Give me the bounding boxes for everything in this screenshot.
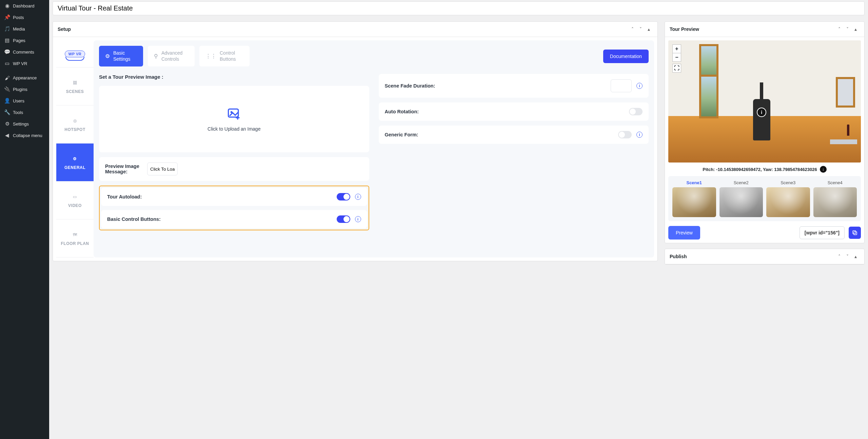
menu-label: Appearance: [13, 75, 37, 80]
wpvr-logo: WP VR: [65, 51, 85, 57]
copy-icon: [852, 230, 858, 236]
svg-rect-2: [854, 232, 857, 235]
publish-postbox: Publish ˄ ˅ ▴: [665, 249, 865, 265]
copy-shortcode-button[interactable]: [849, 227, 861, 239]
field-label: Basic Control Buttons:: [107, 216, 332, 222]
panel-down-icon[interactable]: ˅: [636, 25, 645, 33]
map-icon: 🗺: [71, 231, 79, 238]
htab-label: Control Buttons: [220, 50, 243, 62]
vertical-tabs: WP VR 🖼SCENES ◎HOTSPOT ⚙GENERAL ▭VIDEO 🗺…: [56, 40, 94, 257]
tour-autoload-toggle[interactable]: [337, 193, 350, 201]
panorama-viewer[interactable]: i + − ⛶: [668, 40, 861, 163]
auto-rotation-row: Auto Rotation:: [379, 102, 649, 121]
gear-icon: ⚙: [71, 155, 79, 163]
menu-dashboard[interactable]: ◉Dashboard: [0, 0, 49, 12]
help-icon[interactable]: i: [355, 194, 361, 200]
field-label: Preview Image Message:: [105, 164, 142, 174]
preview-button[interactable]: Preview: [668, 226, 700, 240]
scene-fade-duration-input[interactable]: [611, 79, 632, 92]
menu-label: Settings: [13, 121, 29, 127]
menu-users[interactable]: 👤Users: [0, 95, 49, 107]
menu-collapse[interactable]: ◀Collapse menu: [0, 130, 49, 141]
menu-appearance[interactable]: 🖌Appearance: [0, 72, 49, 83]
dashboard-icon: ◉: [4, 3, 10, 9]
vr-icon: ▭: [4, 60, 10, 66]
menu-label: Tools: [13, 110, 23, 115]
menu-media[interactable]: 🎵Media: [0, 23, 49, 35]
vtab-label: HOTSPOT: [64, 127, 85, 132]
menu-wpvr[interactable]: ▭WP VR: [0, 58, 49, 69]
image-icon: 🖼: [71, 79, 79, 87]
zoom-in-button[interactable]: +: [672, 44, 681, 53]
menu-label: Users: [13, 98, 24, 103]
publish-heading: Publish: [670, 254, 835, 259]
panel-toggle-icon[interactable]: ▴: [645, 25, 653, 33]
preview-message-input[interactable]: [147, 163, 178, 175]
menu-comments[interactable]: 💬Comments: [0, 46, 49, 58]
wpvr-logo-tab: WP VR: [56, 40, 94, 68]
vtab-scenes[interactable]: 🖼SCENES: [56, 68, 94, 106]
help-icon[interactable]: i: [636, 83, 643, 89]
vtab-hotspot[interactable]: ◎HOTSPOT: [56, 106, 94, 144]
panel-up-icon[interactable]: ˄: [835, 252, 843, 261]
scene-thumb-1[interactable]: Scene1: [672, 180, 716, 217]
sliders-icon: ⚲: [154, 53, 158, 60]
video-icon: ▭: [71, 193, 79, 201]
tour-title-input[interactable]: [53, 1, 865, 15]
htab-advanced-controls[interactable]: ⚲Advanced Controls: [148, 46, 195, 66]
menu-label: Collapse menu: [13, 133, 42, 138]
panel-toggle-icon[interactable]: ▴: [851, 25, 860, 33]
media-icon: 🎵: [4, 26, 10, 32]
field-label: Generic Form:: [385, 132, 614, 137]
fullscreen-button[interactable]: ⛶: [672, 64, 681, 73]
panel-up-icon[interactable]: ˄: [628, 25, 636, 33]
setup-heading: Setup: [58, 26, 628, 32]
help-icon[interactable]: i: [355, 216, 361, 222]
plug-icon: 🔌: [4, 86, 10, 92]
panel-up-icon[interactable]: ˄: [835, 25, 843, 33]
menu-label: Posts: [13, 15, 24, 20]
vtab-general[interactable]: ⚙GENERAL: [56, 144, 94, 182]
vtab-floorplan[interactable]: 🗺FLOOR PLAN: [56, 220, 94, 257]
panel-down-icon[interactable]: ˅: [843, 252, 851, 261]
auto-rotation-toggle[interactable]: [629, 108, 643, 115]
scene-thumb-3[interactable]: Scene3: [766, 180, 810, 217]
scene-label: Scene4: [828, 180, 843, 185]
menu-posts[interactable]: 📌Posts: [0, 12, 49, 23]
highlighted-settings: Tour Autoload: i Basic Control Buttons:: [99, 186, 369, 230]
scene-label: Scene1: [686, 180, 702, 185]
image-upload-icon: [226, 107, 241, 121]
menu-pages[interactable]: ▤Pages: [0, 35, 49, 46]
scene-thumb-2[interactable]: Scene2: [719, 180, 763, 217]
sliders-icon: ⚙: [4, 121, 10, 127]
scene-label: Scene2: [734, 180, 749, 185]
tour-preview-postbox: Tour Preview ˄ ˅ ▴: [665, 21, 865, 243]
help-icon[interactable]: i: [636, 132, 643, 138]
zoom-out-button[interactable]: −: [672, 53, 681, 62]
upload-label: Click to Upload an Image: [208, 126, 260, 132]
menu-tools[interactable]: 🔧Tools: [0, 107, 49, 118]
vtab-video[interactable]: ▭VIDEO: [56, 182, 94, 220]
menu-settings[interactable]: ⚙Settings: [0, 118, 49, 130]
panel-down-icon[interactable]: ˅: [843, 25, 851, 33]
target-icon: ◎: [71, 117, 79, 125]
basic-control-buttons-toggle[interactable]: [337, 215, 350, 223]
wp-admin-sidebar: ◉Dashboard 📌Posts 🎵Media ▤Pages 💬Comment…: [0, 0, 49, 439]
scene-thumb-4[interactable]: Scene4: [813, 180, 857, 217]
htab-label: Basic Settings: [113, 50, 137, 62]
upload-preview-image[interactable]: Click to Upload an Image: [99, 86, 369, 152]
collapse-icon: ◀: [4, 132, 10, 138]
field-label: Scene Fade Duration:: [385, 83, 606, 89]
documentation-button[interactable]: Documentation: [603, 50, 649, 63]
htab-basic-settings[interactable]: ⚙Basic Settings: [99, 46, 143, 66]
menu-label: Pages: [13, 38, 25, 43]
menu-plugins[interactable]: 🔌Plugins: [0, 83, 49, 95]
controls-icon: ⋮⋮: [205, 53, 216, 60]
scene-thumbnails: Scene1 Scene2 Scene3 Scene4: [668, 176, 861, 221]
gear-icon: ⚙: [105, 53, 110, 60]
download-icon[interactable]: ↓: [820, 166, 827, 173]
pin-icon: 📌: [4, 14, 10, 20]
panel-toggle-icon[interactable]: ▴: [851, 252, 860, 261]
generic-form-toggle[interactable]: [618, 131, 632, 138]
htab-control-buttons[interactable]: ⋮⋮Control Buttons: [199, 46, 250, 66]
